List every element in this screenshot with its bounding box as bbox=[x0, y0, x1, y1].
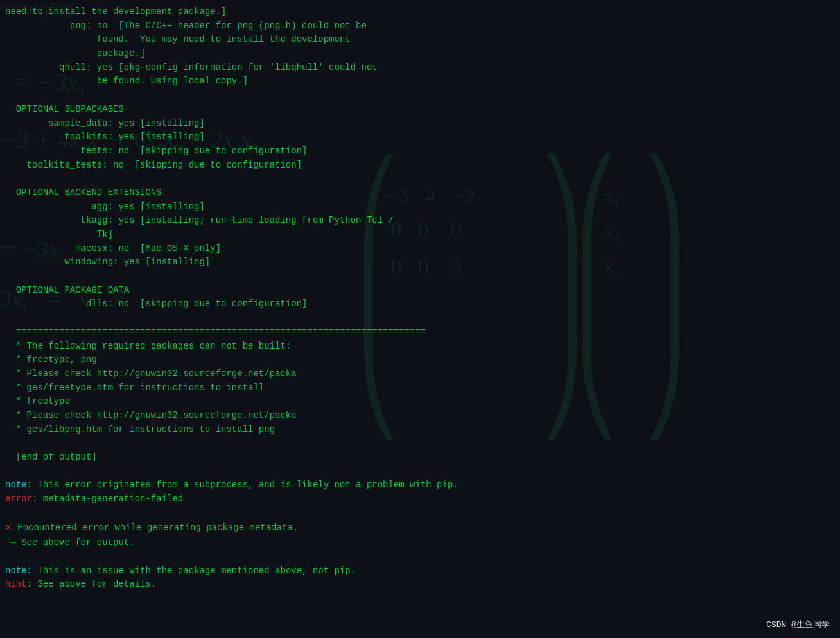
terminal-container: = −3x1 −3 + 4x1x2 + 6x2x3 − 2x1x3 ⎛⎜⎝ −3… bbox=[0, 0, 840, 638]
line-sample: sample_data: yes [installing] bbox=[0, 117, 840, 131]
arrow-icon: └→ bbox=[5, 537, 21, 547]
line-note2: note: This is an issue with the package … bbox=[0, 564, 840, 578]
line-windowing: windowing: yes [installing] bbox=[0, 255, 840, 270]
line-blank5 bbox=[0, 465, 840, 479]
line-req1: * The following required packages can no… bbox=[0, 340, 840, 354]
line-req4: * ges/freetype.htm for instructions to i… bbox=[0, 381, 840, 395]
line-dlls: dlls: no [skipping due to configuration] bbox=[0, 297, 840, 311]
line-blank6 bbox=[0, 506, 840, 521]
line-req6: * Please check http://gnuwin32.sourcefor… bbox=[0, 409, 840, 423]
line-req5: * freetype bbox=[0, 395, 840, 409]
line-toolkits-tests: toolkits_tests: no [skipping due to conf… bbox=[0, 159, 840, 173]
error-label: error bbox=[5, 494, 32, 504]
line-tk: Tk] bbox=[0, 228, 840, 242]
line-req7: * ges/libpng.htm for instructions to ins… bbox=[0, 423, 840, 437]
note-text: : This error originates from a subproces… bbox=[27, 479, 459, 490]
terminal-output: need to install the development package.… bbox=[0, 0, 840, 597]
line-2: png: no [The C/C++ header for png (png.h… bbox=[0, 19, 840, 33]
cross-text: Encountered error while generating packa… bbox=[17, 522, 298, 533]
line-macosx: macosx: no [Mac OS-X only] bbox=[0, 242, 840, 256]
line-optional-pkg: OPTIONAL PACKAGE DATA bbox=[0, 284, 840, 298]
note-label: note bbox=[5, 479, 27, 490]
line-tkagg: tkagg: yes [installing; run-time loading… bbox=[0, 214, 840, 228]
arrow-text: See above for output. bbox=[21, 537, 134, 547]
line-4: package.] bbox=[0, 47, 840, 61]
line-hint: hint: See above for details. bbox=[0, 578, 840, 592]
line-cross: ✕ Encountered error while generating pac… bbox=[0, 520, 840, 536]
cross-icon: ✕ bbox=[5, 522, 17, 533]
line-req2: * freetype, png bbox=[0, 353, 840, 367]
hint-text: : See above for details. bbox=[27, 579, 157, 589]
line-toolkits: toolkits: yes [installing] bbox=[0, 130, 840, 144]
line-agg: agg: yes [installing] bbox=[0, 200, 840, 214]
note2-text: : This is an issue with the package ment… bbox=[27, 565, 356, 576]
line-optional-backend: OPTIONAL BACKEND EXTENSIONS bbox=[0, 186, 840, 200]
note2-label: note bbox=[5, 565, 27, 576]
line-note: note: This error originates from a subpr… bbox=[0, 478, 840, 492]
line-tests: tests: no [skipping due to configuration… bbox=[0, 144, 840, 159]
line-5: qhull: yes [pkg-config information for '… bbox=[0, 61, 840, 75]
line-3: found. You may need to install the devel… bbox=[0, 33, 840, 47]
line-6: be found. Using local copy.] bbox=[0, 74, 840, 89]
line-7 bbox=[0, 89, 840, 103]
watermark: CSDN @生鱼同学 bbox=[766, 619, 830, 630]
line-separator: ========================================… bbox=[0, 325, 840, 340]
line-arrow: └→ See above for output. bbox=[0, 536, 840, 550]
line-req3: * Please check http://gnuwin32.sourcefor… bbox=[0, 367, 840, 381]
line-end-output: [end of output] bbox=[0, 451, 840, 465]
line-optional-sub: OPTIONAL SUBPACKAGES bbox=[0, 103, 840, 117]
line-blank4 bbox=[0, 436, 840, 451]
hint-label: hint bbox=[5, 579, 27, 589]
line-blank7 bbox=[0, 550, 840, 564]
line-error: error: metadata-generation-failed bbox=[0, 492, 840, 506]
line-1: need to install the development package.… bbox=[0, 5, 840, 19]
line-blank1 bbox=[0, 172, 840, 186]
line-blank3 bbox=[0, 311, 840, 325]
error-text: : metadata-generation-failed bbox=[32, 494, 183, 504]
line-blank2 bbox=[0, 270, 840, 284]
